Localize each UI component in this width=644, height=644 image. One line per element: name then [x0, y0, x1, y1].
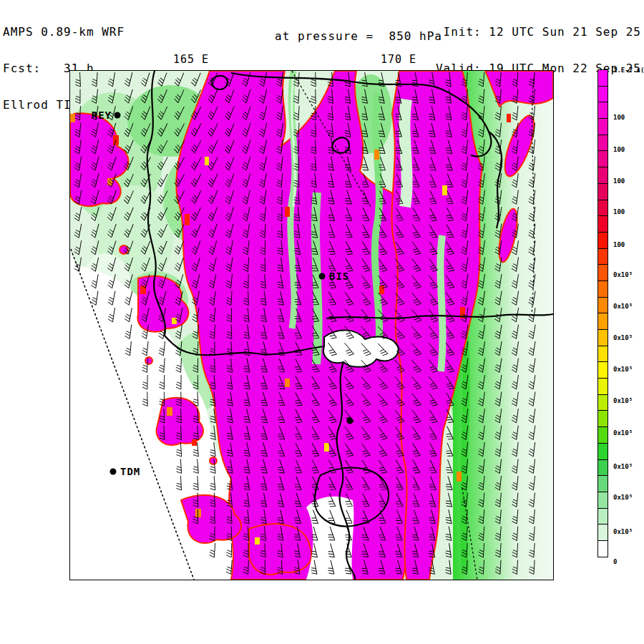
colorbar-segment: [597, 443, 608, 460]
colorbar: [597, 69, 608, 578]
init-time: Init: 12 UTC Sun 21 Sep 25: [436, 26, 641, 38]
station-marker-dot: [110, 469, 117, 475]
station-label: TDM: [120, 466, 140, 477]
colorbar-segment: [597, 492, 608, 509]
colorbar-segment: [597, 459, 608, 477]
colorbar-segment: [597, 361, 608, 379]
colorbar-tick-label: 0x10⁵: [613, 271, 633, 278]
colorbar-tick-label: 0x10⁵: [613, 397, 633, 404]
weather-chart-page: AMPS 0.89-km WRF Fcst: 31 h Ellrod TI1 i…: [0, 0, 644, 644]
colorbar-segment: [597, 69, 608, 87]
colorbar-segment: [597, 540, 608, 557]
colorbar-segment: [597, 426, 608, 444]
colorbar-tick-label: 0x10⁵: [613, 303, 633, 310]
colorbar-segment: [597, 200, 608, 217]
colorbar-segment: [597, 167, 608, 184]
colorbar-tick-label: 0: [613, 558, 617, 565]
colorbar-segment: [597, 394, 608, 411]
colorbar-tick-label: 0x10⁵: [613, 366, 633, 373]
lon-label-165e: 165 E: [173, 53, 209, 66]
colorbar-units-label: 1.E-7 s(-2): [613, 67, 644, 74]
colorbar-segment: [597, 102, 608, 119]
colorbar-tick-label: 0x10⁵: [613, 334, 633, 341]
colorbar-segment: [597, 264, 608, 281]
colorbar-tick-label: 100: [613, 208, 625, 215]
map-canvas: REYTDMBIS: [69, 70, 554, 580]
colorbar-segment: [597, 86, 608, 103]
colorbar-segment: [597, 183, 608, 200]
colorbar-segment: [597, 135, 608, 152]
colorbar-segment: [597, 508, 608, 525]
colorbar-tick-label: 0x10⁵: [613, 528, 633, 535]
colorbar-tick-label: 0x10⁵: [613, 429, 633, 436]
station-marker-dot: [347, 418, 353, 424]
colorbar-tick-label: 100: [613, 177, 625, 185]
bottom-white-wedge: [306, 497, 353, 580]
colorbar-labels: 1.E-7 s(-2) 1001001001001000x10⁵0x10⁵0x1…: [613, 69, 643, 578]
pressure-level: at pressure = 850 hPa: [275, 30, 442, 42]
lon-label-170e: 170 E: [381, 53, 416, 66]
colorbar-segment: [597, 297, 608, 314]
colorbar-tick-label: 0x10⁵: [613, 463, 633, 470]
colorbar-segment: [597, 280, 608, 298]
colorbar-tick-label: 100: [613, 146, 625, 153]
colorbar-segment: [597, 475, 608, 492]
colorbar-tick-label: 100: [613, 114, 625, 121]
colorbar-tick-label: 100: [613, 241, 625, 248]
colorbar-segment: [597, 248, 608, 265]
model-title: AMPS 0.89-km WRF: [3, 26, 125, 38]
colorbar-segment: [597, 346, 608, 363]
colorbar-segment: [597, 232, 608, 249]
turbulence-field-plot: [70, 71, 553, 580]
station-label: BIS: [329, 270, 349, 282]
colorbar-segment: [597, 313, 608, 330]
station-label: REY: [92, 109, 112, 121]
colorbar-tick-label: 0x10⁵: [613, 494, 633, 501]
colorbar-segment: [597, 329, 608, 346]
colorbar-segment: [597, 118, 608, 135]
colorbar-segment: [597, 215, 608, 233]
colorbar-segment: [597, 410, 608, 427]
station-marker-dot: [114, 112, 121, 119]
colorbar-segment: [597, 524, 608, 541]
colorbar-segment: [597, 378, 608, 395]
colorbar-segment: [597, 150, 608, 167]
station-marker-dot: [319, 273, 326, 280]
